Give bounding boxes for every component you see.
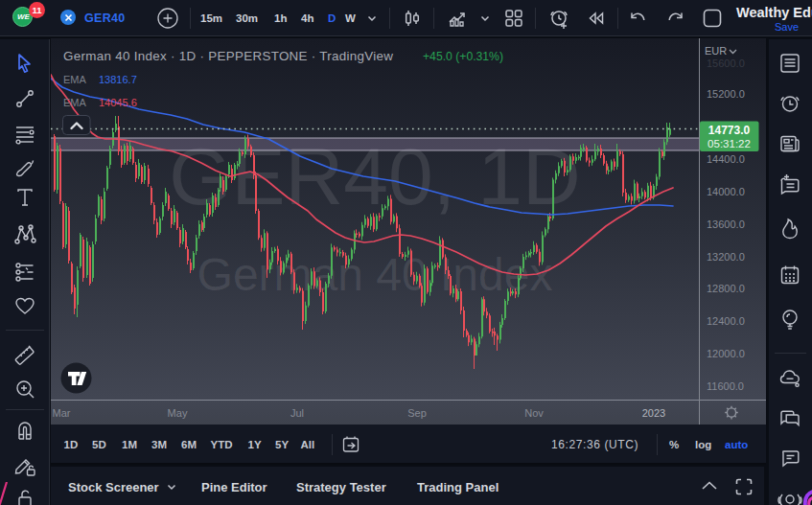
svg-text:Jul: Jul: [290, 407, 304, 419]
svg-text:Mar: Mar: [53, 407, 71, 419]
svg-text:12400.0: 12400.0: [707, 315, 745, 327]
svg-text:12800.0: 12800.0: [707, 283, 745, 294]
svg-text:May: May: [168, 407, 188, 419]
svg-text:12000.0: 12000.0: [707, 348, 745, 359]
svg-text:EMA 14045.6: EMA 14045.6: [63, 97, 137, 108]
svg-text:Sep: Sep: [407, 407, 427, 419]
svg-text:EMA 13816.7: EMA 13816.7: [63, 74, 137, 85]
svg-text:13200.0: 13200.0: [707, 251, 745, 263]
svg-text:15200.0: 15200.0: [707, 88, 745, 100]
svg-text:EUR: EUR: [705, 45, 727, 57]
svg-text:13600.0: 13600.0: [707, 218, 745, 230]
svg-text:+45.0 (+0.31%): +45.0 (+0.31%): [423, 50, 503, 63]
svg-text:14400.0: 14400.0: [707, 153, 745, 165]
svg-text:Nov: Nov: [524, 407, 544, 419]
svg-text:German 40 Index: German 40 Index: [197, 249, 553, 300]
svg-text:German 40 Index · 1D · PEPPERS: German 40 Index · 1D · PEPPERSTONE · Tra…: [63, 49, 393, 63]
svg-text:05:31:22: 05:31:22: [708, 138, 751, 149]
svg-text:11600.0: 11600.0: [707, 380, 744, 392]
svg-text:2023: 2023: [642, 407, 665, 419]
svg-text:14000.0: 14000.0: [707, 186, 745, 197]
svg-text:14773.0: 14773.0: [708, 124, 751, 137]
svg-text:15600.0: 15600.0: [707, 57, 745, 69]
